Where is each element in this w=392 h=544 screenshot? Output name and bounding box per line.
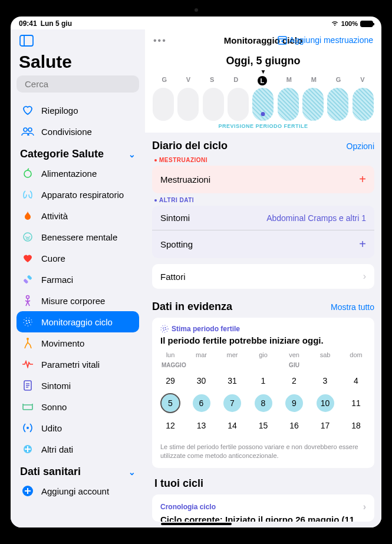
calendar-day[interactable]: 10	[317, 394, 334, 412]
sidebar-item-category[interactable]: Monitoraggio ciclo	[17, 311, 139, 332]
menstruation-row[interactable]: Mestruazioni +	[152, 166, 374, 193]
sidebar-label: Cuore	[41, 253, 65, 263]
sidebar-item-category[interactable]: Altri dati	[17, 439, 139, 460]
chronology-card[interactable]: Cronologia ciclo › Ciclo corrente: Inizi…	[152, 494, 374, 522]
svg-rect-10	[23, 279, 28, 284]
show-all-link[interactable]: Mostra tutto	[331, 302, 374, 312]
day-oval[interactable]	[228, 88, 249, 121]
sidebar-label: Condivisione	[41, 127, 92, 137]
calendar-day[interactable]: 8	[255, 394, 272, 412]
sidebar-item-category[interactable]: Misure corporee	[17, 290, 139, 311]
calendar-day[interactable]: 2	[285, 372, 303, 390]
calendar-day[interactable]: 9	[285, 394, 303, 412]
more-icon[interactable]: •••	[153, 35, 167, 46]
day-oval[interactable]	[153, 88, 174, 121]
category-icon	[21, 421, 34, 434]
sidebar-item-sharing[interactable]: Condivisione	[17, 121, 139, 142]
sidebar-label: Aggiungi account	[41, 486, 109, 496]
calendar-day[interactable]: 1	[255, 372, 272, 390]
home-indicator[interactable]	[161, 523, 232, 525]
calendar-day[interactable]: 16	[285, 417, 303, 434]
week-strip[interactable]: GVSDLMMGV PREVISIONE PERIODO FERTILE	[145, 76, 381, 133]
search-input[interactable]	[17, 75, 139, 93]
calendar-plus-icon	[278, 35, 287, 45]
sidebar-label: Riepilogo	[41, 105, 78, 116]
svg-point-25	[163, 328, 166, 331]
calendar-day[interactable]: 12	[162, 417, 179, 434]
calendar-day[interactable]: 5	[162, 394, 179, 412]
diary-options-link[interactable]: Opzioni	[347, 141, 374, 151]
calendar-day[interactable]: 17	[317, 417, 334, 434]
sidebar-item-category[interactable]: Sintomi	[17, 375, 139, 396]
sidebar-label: Alimentazione	[41, 169, 97, 179]
calendar-day[interactable]: 11	[347, 394, 365, 412]
sidebar-label: Sonno	[41, 402, 67, 412]
sidebar-item-add-account[interactable]: Aggiungi account	[17, 480, 139, 502]
day-label: G	[162, 76, 167, 85]
calendar-day[interactable]: 18	[347, 417, 365, 434]
category-icon	[21, 209, 34, 222]
svg-point-11	[27, 296, 29, 299]
svg-point-5	[24, 128, 27, 131]
calendar-day[interactable]: 7	[223, 394, 241, 412]
sidebar-item-category[interactable]: Attività	[17, 205, 139, 226]
calendar-day[interactable]: 4	[347, 372, 365, 390]
camera-dot	[195, 8, 198, 12]
fertile-estimate-card[interactable]: Stima periodo fertile Il periodo fertile…	[152, 318, 374, 468]
factors-row[interactable]: Fattori ›	[152, 264, 374, 289]
category-icon	[21, 188, 34, 201]
calendar-day[interactable]: 15	[255, 417, 272, 434]
sidebar-label: Farmaci	[41, 275, 73, 285]
day-label: L	[258, 76, 267, 85]
calendar-day[interactable]: 30	[193, 372, 210, 390]
sidebar-label: Parametri vitali	[41, 360, 100, 370]
categories-header[interactable]: Categorie Salute ⌄	[17, 142, 139, 163]
day-oval[interactable]	[177, 88, 199, 121]
sidebar-item-category[interactable]: Alimentazione	[17, 163, 139, 184]
sidebar-item-category[interactable]: Sonno	[17, 396, 139, 417]
day-oval[interactable]	[278, 88, 299, 121]
symptoms-row[interactable]: Sintomi Abdominal Cramps e altri 1	[152, 206, 374, 230]
day-oval[interactable]	[203, 88, 224, 121]
svg-rect-19	[23, 405, 32, 410]
calendar-day[interactable]: 31	[223, 372, 241, 390]
svg-point-26	[161, 325, 168, 332]
sidebar-item-category[interactable]: Farmaci	[17, 269, 139, 290]
sidebar-item-category[interactable]: Movimento	[17, 332, 139, 354]
day-oval[interactable]	[353, 88, 374, 121]
calendar-day[interactable]: 13	[193, 417, 210, 434]
health-data-header[interactable]: Dati sanitari ⌄	[17, 460, 139, 480]
sidebar-item-category[interactable]: Apparato respiratorio	[17, 184, 139, 205]
spotting-row[interactable]: Spotting +	[152, 230, 374, 258]
menstruation-sublabel: MESTRUAZIONI	[154, 157, 372, 163]
sidebar-toggle-icon[interactable]	[17, 32, 37, 50]
svg-point-12	[26, 320, 29, 324]
chevron-down-icon: ⌄	[129, 150, 136, 159]
battery-icon	[360, 21, 373, 27]
sidebar-label: Benessere mentale	[41, 232, 117, 242]
sidebar-item-category[interactable]: Cuore	[17, 248, 139, 269]
category-icon	[21, 230, 34, 243]
day-oval[interactable]	[252, 88, 274, 121]
sidebar-item-category[interactable]: Benessere mentale	[17, 226, 139, 248]
day-oval[interactable]	[302, 88, 324, 121]
calendar-day[interactable]: 29	[162, 372, 179, 390]
day-label: V	[186, 76, 190, 85]
calendar-day[interactable]: 6	[193, 394, 210, 412]
category-icon	[21, 294, 34, 307]
calendar-day[interactable]: 14	[223, 417, 241, 434]
sidebar-label: Monitoraggio ciclo	[41, 317, 113, 327]
disclaimer-text: Le stime del periodo fertile possono var…	[160, 443, 366, 461]
chevron-right-icon: ›	[363, 502, 366, 512]
today-label: Oggi, 5 giugno ▼	[145, 49, 381, 76]
category-icon	[21, 273, 34, 286]
add-period-button[interactable]: Aggiungi mestruazione	[278, 35, 373, 45]
status-time: 09:41	[19, 19, 37, 28]
day-oval[interactable]	[327, 88, 348, 121]
sidebar-item-category[interactable]: Udito	[17, 417, 139, 439]
sidebar-item-summary[interactable]: Riepilogo	[17, 100, 139, 121]
weekday-label: dom	[347, 351, 365, 358]
sidebar-item-category[interactable]: Parametri vitali	[17, 354, 139, 375]
weekday-label: mer	[223, 351, 241, 358]
calendar-day[interactable]: 3	[317, 372, 334, 390]
